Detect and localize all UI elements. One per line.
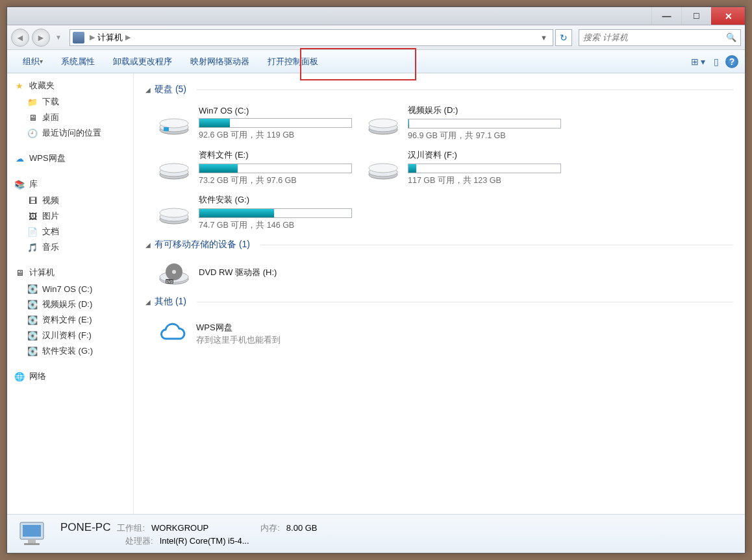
sidebar-recent[interactable]: 🕘最近访问的位置 (7, 125, 133, 141)
sidebar-libraries[interactable]: 📚库 (7, 176, 133, 193)
computer-icon: 🖥 (14, 267, 25, 278)
nav-row: ◄ ► ▼ ▶ 计算机 ▶ ▼ ↻ 🔍 (7, 25, 745, 50)
memory-value: 8.00 GB (286, 523, 318, 533)
breadcrumb-sep-icon: ▶ (125, 33, 131, 42)
drive-name: 资料文件 (E:) (199, 149, 352, 161)
minimize-button[interactable] (651, 7, 681, 25)
sidebar-drive-f[interactable]: 💽汉川资料 (F:) (7, 328, 133, 343)
sidebar-favorites[interactable]: ★收藏夹 (7, 77, 133, 94)
search-box[interactable]: 🔍 (579, 29, 741, 46)
workgroup-value: WORKGROUP (151, 523, 208, 533)
cpu-value: Intel(R) Core(TM) i5-4... (160, 536, 249, 546)
pictures-icon: 🖼 (27, 210, 38, 222)
computer-icon (73, 32, 84, 43)
body: ★收藏夹 📁下载 🖥桌面 🕘最近访问的位置 ☁WPS网盘 📚库 🎞视频 🖼图片 … (7, 73, 745, 514)
library-icon: 📚 (14, 178, 25, 190)
wps-subtitle: 存到这里手机也能看到 (196, 335, 281, 346)
mapdrive-button[interactable]: 映射网络驱动器 (181, 50, 258, 73)
content-pane: ◢硬盘 (5) Win7 OS (C:) 92.6 GB 可用，共 119 GB… (134, 73, 745, 514)
drive-item[interactable]: 视频娱乐 (D:) 96.9 GB 可用，共 97.1 GB (362, 102, 564, 144)
svg-text:DVD: DVD (166, 280, 173, 284)
drive-name: 软件安装 (G:) (199, 194, 352, 206)
sidebar-network[interactable]: 🌐网络 (7, 368, 133, 385)
view-options-button[interactable]: ⊞ ▾ (689, 53, 707, 71)
drive-item[interactable]: 资料文件 (E:) 73.2 GB 可用，共 97.6 GB (153, 147, 355, 189)
status-bar: PONE-PC 工作组: WORKGROUP 内存: 8.00 GB 处理器: … (7, 514, 745, 553)
drive-name: 视频娱乐 (D:) (408, 104, 561, 116)
drive-icon: 💽 (27, 345, 38, 357)
drive-usage-bar (408, 119, 561, 128)
recent-icon: 🕘 (27, 127, 38, 139)
sidebar-drive-d[interactable]: 💽视频娱乐 (D:) (7, 297, 133, 312)
sidebar-music[interactable]: 🎵音乐 (7, 239, 133, 255)
sidebar-pictures[interactable]: 🖼图片 (7, 208, 133, 224)
sidebar-drive-e[interactable]: 💽资料文件 (E:) (7, 312, 133, 328)
maximize-button[interactable] (681, 7, 711, 25)
drive-icon (156, 199, 192, 227)
group-removable[interactable]: ◢有可移动存储的设备 (1) (145, 239, 733, 250)
refresh-button[interactable]: ↻ (555, 29, 572, 46)
controlpanel-button[interactable]: 打开控制面板 (258, 50, 327, 73)
cloud-icon (157, 318, 188, 349)
svg-point-17 (369, 164, 397, 173)
help-button[interactable]: ? (725, 55, 738, 68)
svg-point-26 (172, 270, 176, 274)
sidebar-documents[interactable]: 📄文档 (7, 224, 133, 239)
search-input[interactable] (583, 32, 726, 42)
sidebar-wps[interactable]: ☁WPS网盘 (7, 150, 133, 167)
preview-pane-button[interactable]: ▯ (707, 53, 725, 71)
music-icon: 🎵 (27, 241, 38, 253)
sidebar-desktop[interactable]: 🖥桌面 (7, 110, 133, 125)
drive-item[interactable]: Win7 OS (C:) 92.6 GB 可用，共 119 GB (153, 102, 355, 144)
properties-button[interactable]: 系统属性 (52, 50, 104, 73)
sidebar-drive-g[interactable]: 💽软件安装 (G:) (7, 343, 133, 359)
search-icon: 🔍 (726, 32, 736, 42)
dvd-drive[interactable]: DVD DVD RW 驱动器 (H:) (153, 257, 355, 291)
drive-icon (156, 109, 192, 138)
forward-button[interactable]: ► (32, 29, 50, 47)
wps-item[interactable]: WPS网盘 存到这里手机也能看到 (153, 314, 355, 353)
drive-stats: 73.2 GB 可用，共 97.6 GB (199, 175, 352, 186)
sidebar: ★收藏夹 📁下载 🖥桌面 🕘最近访问的位置 ☁WPS网盘 📚库 🎞视频 🖼图片 … (7, 73, 134, 514)
drive-icon (156, 154, 192, 182)
group-hdd[interactable]: ◢硬盘 (5) (145, 84, 733, 95)
sidebar-video[interactable]: 🎞视频 (7, 193, 133, 208)
drive-stats: 96.9 GB 可用，共 97.1 GB (408, 130, 561, 141)
cloud-icon: ☁ (14, 152, 25, 164)
drive-icon: 💽 (27, 283, 38, 295)
svg-point-13 (160, 164, 188, 173)
documents-icon: 📄 (27, 226, 38, 237)
sidebar-drive-c[interactable]: 💽Win7 OS (C:) (7, 281, 133, 297)
group-other[interactable]: ◢其他 (1) (145, 296, 733, 308)
folder-icon: 📁 (27, 96, 38, 108)
drive-icon: 💽 (27, 330, 38, 341)
back-button[interactable]: ◄ (11, 29, 29, 47)
titlebar (7, 7, 745, 25)
close-button[interactable] (711, 7, 745, 25)
drive-name: 汉川资料 (F:) (408, 149, 561, 161)
sidebar-computer[interactable]: 🖥计算机 (7, 264, 133, 281)
sidebar-downloads[interactable]: 📁下载 (7, 94, 133, 110)
video-icon: 🎞 (27, 195, 38, 206)
drive-usage-bar (199, 208, 352, 218)
drive-name: Win7 OS (C:) (199, 106, 352, 116)
drive-item[interactable]: 汉川资料 (F:) 117 GB 可用，共 123 GB (362, 147, 564, 189)
collapse-icon: ◢ (145, 241, 151, 249)
uninstall-button[interactable]: 卸载或更改程序 (104, 50, 181, 73)
drive-usage-bar (199, 164, 352, 173)
drive-item[interactable]: 软件安装 (G:) 74.7 GB 可用，共 146 GB (153, 191, 355, 234)
drive-stats: 92.6 GB 可用，共 119 GB (199, 130, 352, 141)
svg-point-21 (160, 208, 188, 217)
drive-usage-bar (199, 118, 352, 128)
history-dropdown[interactable]: ▼ (53, 32, 64, 43)
address-dropdown-icon[interactable]: ▼ (538, 34, 550, 42)
toolbar: 组织 系统属性 卸载或更改程序 映射网络驱动器 打开控制面板 ⊞ ▾ ▯ ? (7, 50, 745, 73)
breadcrumb-location[interactable]: 计算机 (97, 32, 123, 43)
organize-menu[interactable]: 组织 (14, 50, 52, 73)
drive-icon: 💽 (27, 314, 38, 326)
status-info: PONE-PC 工作组: WORKGROUP 内存: 8.00 GB 处理器: … (60, 521, 318, 547)
address-bar[interactable]: ▶ 计算机 ▶ ▼ (69, 29, 553, 46)
collapse-icon: ◢ (145, 86, 151, 93)
svg-rect-32 (28, 539, 36, 543)
dvd-icon: DVD (156, 260, 192, 288)
